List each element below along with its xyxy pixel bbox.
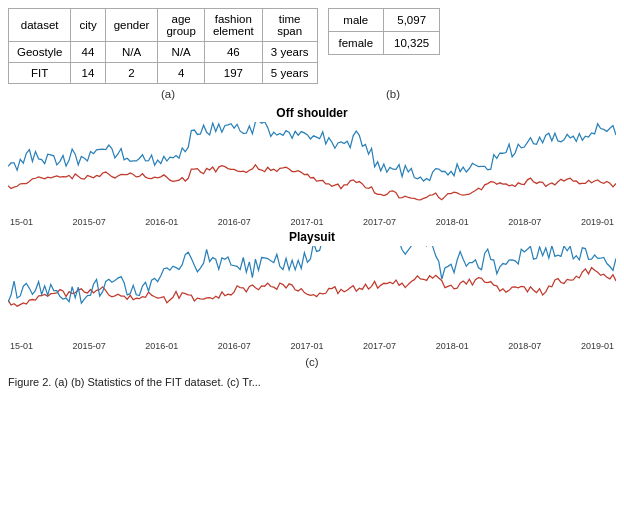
table-cell: 4 [158,63,204,84]
table-cell: 14 [71,63,105,84]
x-labels-1: 15-012015-072016-012016-072017-012017-07… [8,217,616,227]
chart-playsuit-area [8,246,616,341]
x-label: 2016-01 [145,217,178,227]
x-label: 15-01 [10,217,33,227]
col-header-time-span: timespan [262,9,317,42]
caption-c: (c) [8,356,616,368]
x-label: 2018-01 [436,341,469,351]
figure-caption: Figure 2. (a) (b) Statistics of the FIT … [0,372,624,392]
table-row: male5,097 [328,9,440,32]
table-cell: 5,097 [384,9,440,32]
x-label: 2019-01 [581,341,614,351]
table-a: dataset city gender agegroup fashionelem… [8,8,318,84]
table-cell: N/A [105,42,158,63]
table-row: Geostyle44N/AN/A463 years [9,42,318,63]
caption-a: (a) [8,88,328,100]
table-cell: N/A [158,42,204,63]
x-label: 2017-01 [290,217,323,227]
table-cell: 44 [71,42,105,63]
chart-playsuit-title: Playsuit [8,230,616,244]
table-cell: FIT [9,63,71,84]
table-row: female10,325 [328,32,440,55]
col-header-dataset: dataset [9,9,71,42]
x-label: 2018-07 [508,217,541,227]
col-header-age-group: agegroup [158,9,204,42]
x-label: 2017-01 [290,341,323,351]
col-header-fashion-element: fashionelement [204,9,262,42]
table-cell: 5 years [262,63,317,84]
col-header-gender: gender [105,9,158,42]
x-label: 2019-01 [581,217,614,227]
table-cell: 2 [105,63,158,84]
gender-table: male5,097female10,325 [328,8,441,55]
x-label: 2017-07 [363,341,396,351]
table-cell: 46 [204,42,262,63]
x-label: 2018-01 [436,217,469,227]
x-label: 2016-01 [145,341,178,351]
table-cell: female [328,32,384,55]
caption-b: (b) [338,88,448,100]
x-label: 2016-07 [218,341,251,351]
chart-playsuit: Playsuit 15-012015-072016-012016-072017-… [8,230,616,350]
table-b: male5,097female10,325 [328,8,441,55]
x-label: 15-01 [10,341,33,351]
x-label: 2015-07 [73,217,106,227]
x-label: 2018-07 [508,341,541,351]
charts-section: Off shoulder 15-012015-072016-012016-072… [0,104,624,372]
table-cell: 10,325 [384,32,440,55]
col-header-city: city [71,9,105,42]
chart-off-shoulder: Off shoulder 15-012015-072016-012016-072… [8,106,616,226]
x-labels-2: 15-012015-072016-012016-072017-012017-07… [8,341,616,351]
table-cell: 3 years [262,42,317,63]
x-label: 2017-07 [363,217,396,227]
table-cell: 197 [204,63,262,84]
table-cell: Geostyle [9,42,71,63]
x-label: 2016-07 [218,217,251,227]
table-cell: male [328,9,384,32]
chart-off-shoulder-title: Off shoulder [8,106,616,120]
x-label: 2015-07 [73,341,106,351]
chart-off-shoulder-area [8,122,616,217]
table-row: FIT14241975 years [9,63,318,84]
dataset-table: dataset city gender agegroup fashionelem… [8,8,318,84]
